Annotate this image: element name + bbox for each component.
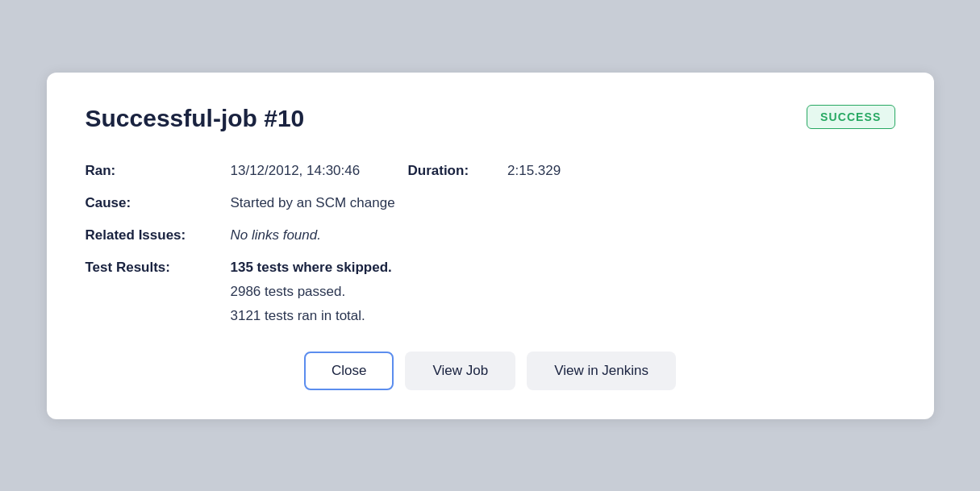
status-badge: SUCCESS <box>807 105 895 129</box>
ran-value: 13/12/2012, 14:30:46 <box>231 163 408 179</box>
info-grid: Ran: 13/12/2012, 14:30:46 Duration: 2:15… <box>85 155 895 332</box>
duration-label: Duration: <box>408 163 469 179</box>
test-total: 3121 tests ran in total. <box>231 308 895 324</box>
related-issues-value: No links found. <box>231 219 895 252</box>
view-jenkins-button[interactable]: View in Jenkins <box>527 352 676 390</box>
view-job-button[interactable]: View Job <box>405 352 515 390</box>
duration-value: 2:15.329 <box>507 163 561 179</box>
test-results-value: 135 tests where skipped. 2986 tests pass… <box>231 252 895 332</box>
ran-row: 13/12/2012, 14:30:46 Duration: 2:15.329 <box>231 155 895 187</box>
card-header: Successful-job #10 SUCCESS <box>85 105 895 132</box>
test-passed: 2986 tests passed. <box>231 284 895 300</box>
cause-value: Started by an SCM change <box>231 187 895 219</box>
close-button[interactable]: Close <box>304 352 394 390</box>
card-footer: Close View Job View in Jenkins <box>85 352 895 390</box>
job-card: Successful-job #10 SUCCESS Ran: 13/12/20… <box>47 73 934 419</box>
ran-label: Ran: <box>85 155 231 187</box>
related-issues-label: Related Issues: <box>85 219 231 252</box>
page-title: Successful-job #10 <box>85 105 305 132</box>
cause-label: Cause: <box>85 187 231 219</box>
test-results-label: Test Results: <box>85 252 231 332</box>
test-skipped: 135 tests where skipped. <box>231 260 895 276</box>
